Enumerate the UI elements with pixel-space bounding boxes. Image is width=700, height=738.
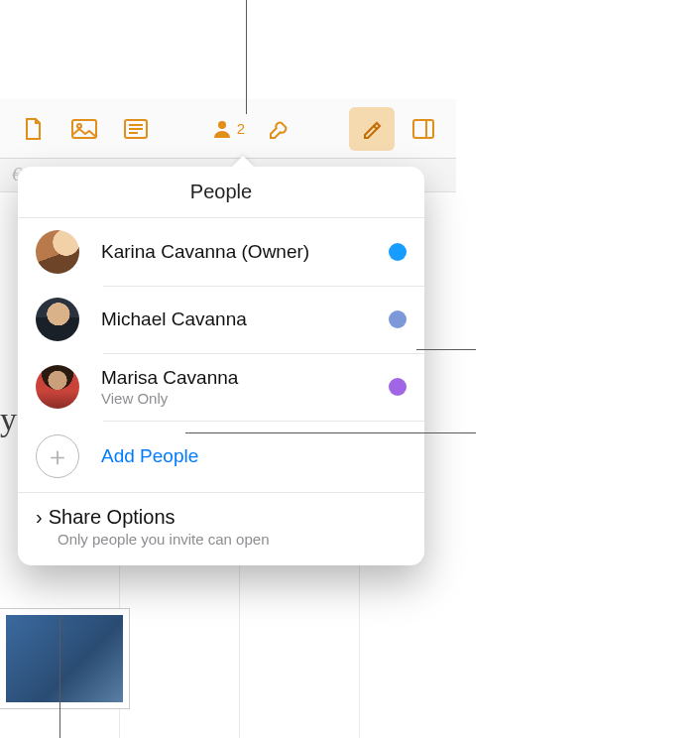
format-icon[interactable] (349, 107, 395, 151)
popover-title: People (18, 167, 424, 218)
add-people-label: Add People (101, 445, 198, 467)
app-window: 2 € y People Karina Ca (0, 99, 456, 738)
share-options-button[interactable]: › Share Options Only people you invite c… (18, 492, 424, 565)
sidebar-icon[interactable] (401, 107, 446, 151)
tools-icon[interactable] (257, 107, 302, 151)
person-name: Karina Cavanna (Owner) (101, 241, 389, 263)
collaboration-button[interactable]: 2 (205, 107, 251, 151)
page-icon[interactable] (10, 107, 56, 151)
person-name: Marisa Cavanna (101, 367, 389, 389)
document-image[interactable] (0, 609, 129, 708)
callout-leader (59, 617, 60, 738)
presence-dot (389, 378, 407, 396)
callout-leader (416, 349, 476, 350)
presence-dot (389, 243, 407, 261)
callout-leader (246, 0, 247, 114)
plus-circle-icon: ＋ (36, 434, 79, 478)
svg-point-6 (218, 121, 226, 129)
text-icon[interactable] (113, 107, 159, 151)
document-script-text: y (0, 401, 17, 438)
person-row[interactable]: Marisa Cavanna View Only (18, 353, 424, 421)
avatar (36, 230, 79, 274)
toolbar: 2 (0, 99, 456, 159)
svg-point-1 (77, 124, 81, 128)
share-options-title: Share Options (49, 506, 175, 529)
chevron-right-icon: › (36, 507, 43, 527)
insert-image-icon[interactable] (61, 107, 107, 151)
collab-count: 2 (237, 120, 245, 137)
callout-leader (185, 432, 476, 433)
svg-rect-0 (72, 120, 96, 138)
person-permission: View Only (101, 390, 389, 407)
person-row[interactable]: Karina Cavanna (Owner) (18, 218, 424, 286)
presence-dot (389, 310, 407, 328)
people-popover: People Karina Cavanna (Owner) Michael Ca… (18, 167, 424, 565)
share-options-sub: Only people you invite can open (58, 531, 407, 548)
add-people-button[interactable]: ＋ Add People (18, 421, 424, 492)
svg-rect-7 (413, 120, 433, 138)
avatar (36, 298, 79, 341)
avatar (36, 365, 79, 409)
person-name: Michael Cavanna (101, 308, 389, 330)
person-row[interactable]: Michael Cavanna (18, 286, 424, 353)
